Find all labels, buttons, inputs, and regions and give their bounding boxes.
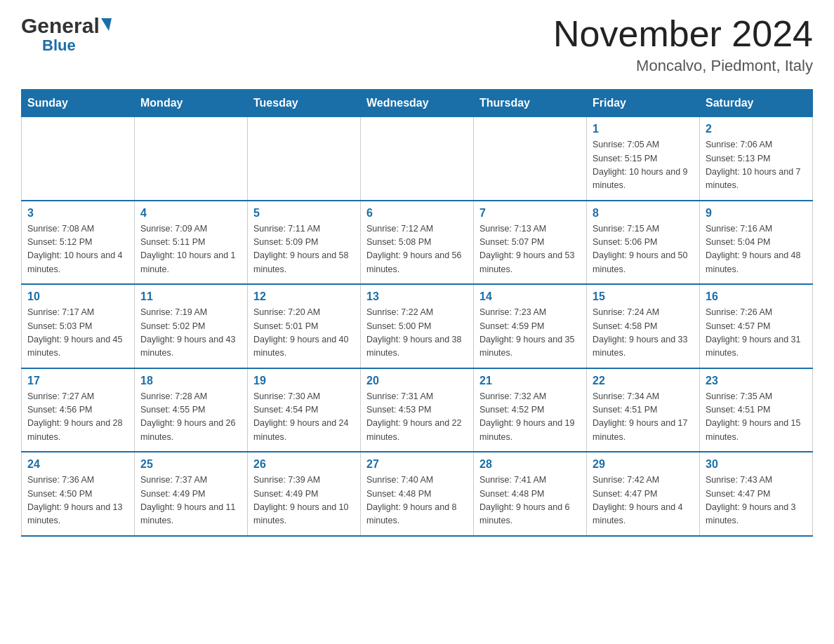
calendar-cell: 22Sunrise: 7:34 AMSunset: 4:51 PMDayligh… <box>587 368 700 452</box>
calendar-cell: 28Sunrise: 7:41 AMSunset: 4:48 PMDayligh… <box>474 452 587 536</box>
day-info: Sunrise: 7:15 AMSunset: 5:06 PMDaylight:… <box>593 222 694 277</box>
logo-blue-text: Blue <box>42 36 76 55</box>
calendar-cell: 7Sunrise: 7:13 AMSunset: 5:07 PMDaylight… <box>474 201 587 285</box>
day-info: Sunrise: 7:08 AMSunset: 5:12 PMDaylight:… <box>27 222 128 277</box>
day-info: Sunrise: 7:30 AMSunset: 4:54 PMDaylight:… <box>253 390 355 445</box>
day-info: Sunrise: 7:39 AMSunset: 4:49 PMDaylight:… <box>253 474 355 528</box>
day-number: 23 <box>706 375 807 387</box>
title-block: November 2024 Moncalvo, Piedmont, Italy <box>553 14 813 75</box>
calendar-cell: 1Sunrise: 7:05 AMSunset: 5:15 PMDaylight… <box>587 117 700 201</box>
calendar-cell <box>135 117 248 201</box>
day-info: Sunrise: 7:41 AMSunset: 4:48 PMDaylight:… <box>479 474 581 528</box>
calendar-cell: 11Sunrise: 7:19 AMSunset: 5:02 PMDayligh… <box>135 284 248 368</box>
day-number: 25 <box>140 458 241 471</box>
day-number: 18 <box>140 375 241 387</box>
day-number: 13 <box>366 290 468 303</box>
calendar-cell: 26Sunrise: 7:39 AMSunset: 4:49 PMDayligh… <box>248 452 361 536</box>
calendar-header-monday: Monday <box>135 90 248 117</box>
calendar-week-row: 17Sunrise: 7:27 AMSunset: 4:56 PMDayligh… <box>22 368 813 452</box>
calendar-header-sunday: Sunday <box>22 90 135 117</box>
location-title: Moncalvo, Piedmont, Italy <box>553 57 813 75</box>
day-info: Sunrise: 7:17 AMSunset: 5:03 PMDaylight:… <box>27 306 128 361</box>
day-number: 26 <box>253 458 355 471</box>
day-number: 24 <box>27 458 128 471</box>
logo: General Blue <box>21 14 112 55</box>
day-number: 20 <box>366 375 468 387</box>
day-info: Sunrise: 7:19 AMSunset: 5:02 PMDaylight:… <box>140 306 241 361</box>
calendar-week-row: 1Sunrise: 7:05 AMSunset: 5:15 PMDaylight… <box>22 117 813 201</box>
day-number: 22 <box>593 375 694 387</box>
day-info: Sunrise: 7:05 AMSunset: 5:15 PMDaylight:… <box>593 138 694 193</box>
day-number: 11 <box>140 290 241 303</box>
calendar-cell: 19Sunrise: 7:30 AMSunset: 4:54 PMDayligh… <box>248 368 361 452</box>
calendar-table: SundayMondayTuesdayWednesdayThursdayFrid… <box>21 89 813 537</box>
day-info: Sunrise: 7:13 AMSunset: 5:07 PMDaylight:… <box>479 222 581 277</box>
day-info: Sunrise: 7:11 AMSunset: 5:09 PMDaylight:… <box>253 222 355 277</box>
day-number: 15 <box>593 290 694 303</box>
calendar-cell: 8Sunrise: 7:15 AMSunset: 5:06 PMDaylight… <box>587 201 700 285</box>
day-number: 4 <box>140 207 241 220</box>
day-number: 21 <box>479 375 581 387</box>
calendar-cell <box>474 117 587 201</box>
day-info: Sunrise: 7:37 AMSunset: 4:49 PMDaylight:… <box>140 474 241 528</box>
logo-general-text: General <box>21 14 100 38</box>
calendar-header-saturday: Saturday <box>700 90 813 117</box>
day-info: Sunrise: 7:27 AMSunset: 4:56 PMDaylight:… <box>27 390 128 445</box>
calendar-header-row: SundayMondayTuesdayWednesdayThursdayFrid… <box>22 90 813 117</box>
day-number: 17 <box>27 375 128 387</box>
day-number: 27 <box>366 458 468 471</box>
day-info: Sunrise: 7:32 AMSunset: 4:52 PMDaylight:… <box>479 390 581 445</box>
logo-triangle-icon <box>101 18 112 31</box>
calendar-week-row: 10Sunrise: 7:17 AMSunset: 5:03 PMDayligh… <box>22 284 813 368</box>
day-info: Sunrise: 7:09 AMSunset: 5:11 PMDaylight:… <box>140 222 241 277</box>
calendar-cell: 6Sunrise: 7:12 AMSunset: 5:08 PMDaylight… <box>361 201 474 285</box>
day-info: Sunrise: 7:12 AMSunset: 5:08 PMDaylight:… <box>366 222 468 277</box>
day-info: Sunrise: 7:26 AMSunset: 4:57 PMDaylight:… <box>706 306 807 361</box>
day-number: 3 <box>27 207 128 220</box>
day-info: Sunrise: 7:36 AMSunset: 4:50 PMDaylight:… <box>27 474 128 528</box>
day-number: 8 <box>593 207 694 220</box>
calendar-cell: 10Sunrise: 7:17 AMSunset: 5:03 PMDayligh… <box>22 284 135 368</box>
day-info: Sunrise: 7:22 AMSunset: 5:00 PMDaylight:… <box>366 306 468 361</box>
day-number: 7 <box>479 207 581 220</box>
calendar-cell: 25Sunrise: 7:37 AMSunset: 4:49 PMDayligh… <box>135 452 248 536</box>
calendar-header-tuesday: Tuesday <box>248 90 361 117</box>
calendar-cell: 24Sunrise: 7:36 AMSunset: 4:50 PMDayligh… <box>22 452 135 536</box>
calendar-cell: 4Sunrise: 7:09 AMSunset: 5:11 PMDaylight… <box>135 201 248 285</box>
calendar-cell <box>248 117 361 201</box>
day-number: 9 <box>706 207 807 220</box>
calendar-cell: 9Sunrise: 7:16 AMSunset: 5:04 PMDaylight… <box>700 201 813 285</box>
calendar-header-thursday: Thursday <box>474 90 587 117</box>
calendar-cell: 2Sunrise: 7:06 AMSunset: 5:13 PMDaylight… <box>700 117 813 201</box>
calendar-week-row: 3Sunrise: 7:08 AMSunset: 5:12 PMDaylight… <box>22 201 813 285</box>
calendar-cell: 16Sunrise: 7:26 AMSunset: 4:57 PMDayligh… <box>700 284 813 368</box>
calendar-cell: 5Sunrise: 7:11 AMSunset: 5:09 PMDaylight… <box>248 201 361 285</box>
day-info: Sunrise: 7:34 AMSunset: 4:51 PMDaylight:… <box>593 390 694 445</box>
day-info: Sunrise: 7:20 AMSunset: 5:01 PMDaylight:… <box>253 306 355 361</box>
day-number: 5 <box>253 207 355 220</box>
day-number: 16 <box>706 290 807 303</box>
day-number: 6 <box>366 207 468 220</box>
day-info: Sunrise: 7:35 AMSunset: 4:51 PMDaylight:… <box>706 390 807 445</box>
day-number: 30 <box>706 458 807 471</box>
calendar-cell: 14Sunrise: 7:23 AMSunset: 4:59 PMDayligh… <box>474 284 587 368</box>
day-number: 29 <box>593 458 694 471</box>
calendar-cell: 23Sunrise: 7:35 AMSunset: 4:51 PMDayligh… <box>700 368 813 452</box>
day-number: 19 <box>253 375 355 387</box>
day-info: Sunrise: 7:43 AMSunset: 4:47 PMDaylight:… <box>706 474 807 528</box>
calendar-cell: 27Sunrise: 7:40 AMSunset: 4:48 PMDayligh… <box>361 452 474 536</box>
calendar-cell: 15Sunrise: 7:24 AMSunset: 4:58 PMDayligh… <box>587 284 700 368</box>
calendar-cell: 18Sunrise: 7:28 AMSunset: 4:55 PMDayligh… <box>135 368 248 452</box>
day-number: 2 <box>706 123 807 135</box>
day-number: 12 <box>253 290 355 303</box>
day-number: 14 <box>479 290 581 303</box>
calendar-cell: 3Sunrise: 7:08 AMSunset: 5:12 PMDaylight… <box>22 201 135 285</box>
day-info: Sunrise: 7:23 AMSunset: 4:59 PMDaylight:… <box>479 306 581 361</box>
calendar-cell: 29Sunrise: 7:42 AMSunset: 4:47 PMDayligh… <box>587 452 700 536</box>
day-info: Sunrise: 7:16 AMSunset: 5:04 PMDaylight:… <box>706 222 807 277</box>
calendar-cell: 21Sunrise: 7:32 AMSunset: 4:52 PMDayligh… <box>474 368 587 452</box>
month-title: November 2024 <box>553 14 813 54</box>
calendar-cell: 12Sunrise: 7:20 AMSunset: 5:01 PMDayligh… <box>248 284 361 368</box>
day-info: Sunrise: 7:24 AMSunset: 4:58 PMDaylight:… <box>593 306 694 361</box>
day-number: 10 <box>27 290 128 303</box>
